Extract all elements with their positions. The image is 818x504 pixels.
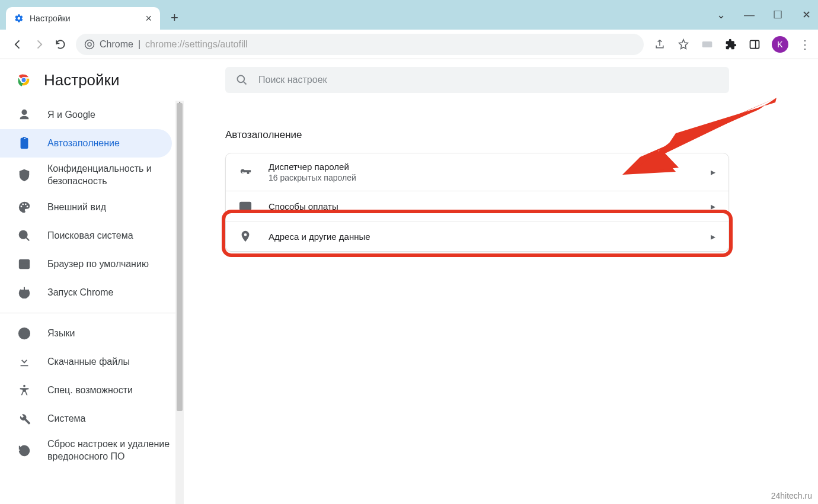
sidebar-item-accessibility[interactable]: Спец. возможности — [0, 376, 172, 405]
back-button[interactable] — [7, 34, 28, 55]
search-icon — [18, 229, 31, 242]
svg-point-8 — [20, 231, 27, 239]
download-icon — [18, 355, 31, 368]
page-title: Настройки — [44, 71, 120, 89]
accessibility-icon — [18, 384, 31, 397]
settings-sidebar: Я и Google Автозаполнение Конфиденциальн… — [0, 101, 184, 504]
sidebar-scrollbar[interactable]: ▴ — [175, 101, 184, 504]
chevron-right-icon: ▸ — [711, 201, 715, 212]
svg-rect-17 — [240, 203, 251, 210]
tab-close-icon[interactable]: × — [145, 12, 152, 25]
profile-avatar[interactable]: K — [772, 36, 788, 53]
sidebar-item-search-engine[interactable]: Поисковая система — [0, 221, 172, 250]
row-subtitle: 16 раскрытых паролей — [269, 173, 711, 182]
autofill-card: Диспетчер паролей 16 раскрытых паролей ▸… — [225, 153, 729, 252]
new-tab-button[interactable]: + — [171, 10, 178, 25]
row-title: Диспетчер паролей — [269, 162, 711, 172]
sidepanel-icon[interactable] — [748, 38, 761, 51]
scrollbar-thumb[interactable] — [177, 103, 183, 411]
palette-icon — [18, 201, 31, 214]
svg-point-15 — [238, 76, 245, 83]
menu-kebab-icon[interactable]: ⋮ — [799, 37, 811, 52]
sidebar-item-system[interactable]: Система — [0, 405, 172, 433]
settings-header: Настройки — [0, 59, 184, 101]
wrench-icon — [18, 412, 31, 425]
credit-card-icon — [239, 200, 252, 213]
row-title: Способы оплаты — [269, 201, 711, 211]
window-titlebar: Настройки × + ⌄ — ☐ ✕ — [0, 0, 818, 30]
close-icon[interactable]: ✕ — [800, 8, 812, 21]
row-title: Адреса и другие данные — [269, 232, 711, 242]
sidebar-divider — [0, 313, 184, 313]
keyboard-icon[interactable] — [701, 38, 714, 51]
chevron-right-icon: ▸ — [711, 166, 715, 178]
sidebar-item-me-and-google[interactable]: Я и Google — [0, 101, 172, 129]
browser-window-icon — [18, 258, 31, 271]
row-password-manager[interactable]: Диспетчер паролей 16 раскрытых паролей ▸ — [226, 153, 728, 191]
sidebar-item-reset[interactable]: Сброс настроек и удаление вредоносного П… — [0, 433, 172, 468]
row-addresses[interactable]: Адреса и другие данные ▸ — [226, 221, 728, 251]
minimize-icon[interactable]: — — [743, 9, 755, 21]
svg-line-9 — [26, 237, 30, 241]
sidebar-item-privacy[interactable]: Конфиденциальность и безопасность — [0, 158, 172, 193]
settings-search-input[interactable]: Поиск настроек — [225, 67, 729, 93]
search-icon — [236, 74, 248, 86]
svg-point-14 — [23, 385, 25, 387]
omnibox-url: chrome://settings/autofill — [145, 39, 248, 50]
omnibox-separator: | — [138, 39, 140, 50]
address-bar[interactable]: Chrome | chrome://settings/autofill — [76, 34, 644, 55]
svg-rect-10 — [20, 260, 30, 269]
power-icon — [18, 286, 31, 299]
row-payment-methods[interactable]: Способы оплаты ▸ — [226, 191, 728, 221]
svg-rect-3 — [750, 40, 759, 48]
extensions-icon[interactable] — [724, 38, 737, 51]
sidebar-item-languages[interactable]: Языки — [0, 319, 172, 348]
browser-toolbar: Chrome | chrome://settings/autofill K ⋮ — [0, 30, 818, 59]
key-icon — [239, 166, 252, 179]
globe-icon — [18, 327, 31, 340]
clipboard-icon — [18, 137, 31, 150]
maximize-icon[interactable]: ☐ — [772, 8, 784, 21]
search-placeholder: Поиск настроек — [258, 75, 327, 85]
window-controls: ⌄ — ☐ ✕ — [715, 8, 812, 21]
svg-line-16 — [244, 82, 247, 85]
svg-point-1 — [88, 43, 91, 46]
omnibox-prefix: Chrome — [100, 39, 133, 50]
chrome-icon — [84, 39, 95, 50]
forward-button[interactable] — [28, 34, 50, 55]
watermark: 24hitech.ru — [771, 491, 812, 500]
section-title: Автозаполнение — [225, 129, 777, 141]
svg-rect-2 — [702, 41, 712, 47]
sidebar-item-autofill[interactable]: Автозаполнение — [0, 129, 172, 158]
chevron-right-icon: ▸ — [711, 231, 715, 242]
gear-icon — [14, 14, 24, 23]
chevron-down-icon[interactable]: ⌄ — [715, 8, 727, 21]
restore-icon — [18, 444, 31, 457]
share-icon[interactable] — [653, 38, 666, 51]
svg-point-0 — [85, 40, 94, 49]
person-icon — [18, 108, 31, 121]
sidebar-item-appearance[interactable]: Внешний вид — [0, 193, 172, 221]
location-pin-icon — [239, 230, 252, 243]
bookmark-star-icon[interactable] — [677, 38, 690, 51]
sidebar-item-on-startup[interactable]: Запуск Chrome — [0, 278, 172, 307]
browser-tab[interactable]: Настройки × — [6, 7, 160, 30]
tab-title: Настройки — [30, 14, 145, 23]
chrome-logo-icon — [15, 72, 32, 88]
reload-button[interactable] — [50, 34, 71, 55]
sidebar-item-downloads[interactable]: Скачанные файлы — [0, 348, 172, 376]
shield-icon — [18, 169, 31, 182]
sidebar-item-default-browser[interactable]: Браузер по умолчанию — [0, 250, 172, 278]
